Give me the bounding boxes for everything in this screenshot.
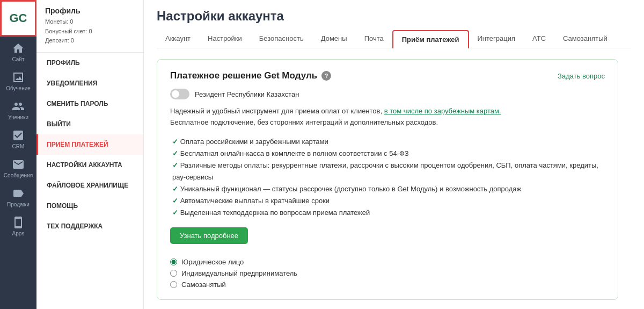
sidebar-label-sales: Продажи: [7, 202, 30, 207]
sidebar-label-messages: Сообщения: [4, 173, 33, 178]
feature-item-0: Оплата российскими и зарубежными картами: [170, 136, 605, 148]
menu-item-file-storage[interactable]: ФАЙЛОВОЕ ХРАНИЛИЩЕ: [36, 175, 143, 196]
tab-security[interactable]: Безопасность: [251, 30, 312, 48]
radio-individual-label: Индивидуальный предприниматель: [181, 269, 297, 277]
menu-item-notifications[interactable]: УВЕДОМЛЕНИЯ: [36, 73, 143, 94]
sidebar-icons: GC Сайт Обучение Ученики CRM Сообщения П…: [0, 0, 36, 309]
tab-settings[interactable]: Настройки: [199, 30, 251, 48]
learn-more-button[interactable]: Узнать подробнее: [170, 227, 248, 244]
profile-section: Профиль Монеты: 0 Бонусный счет: 0 Депоз…: [36, 0, 143, 53]
sidebar-item-students[interactable]: Ученики: [0, 95, 36, 124]
card-title: Платежное решение Get Модуль ?: [170, 70, 331, 81]
feature-item-4: Автоматические выплаты в кратчайшие срок…: [170, 195, 605, 207]
toggle-row: Резидент Республики Казахстан: [170, 89, 605, 99]
tab-mail[interactable]: Почта: [356, 30, 392, 48]
menu-item-tech-support[interactable]: ТЕХ ПОДДЕРЖКА: [36, 216, 143, 236]
ask-link[interactable]: Задать вопрос: [558, 72, 605, 80]
sidebar-item-sales[interactable]: Продажи: [0, 182, 36, 211]
radio-freelance-input[interactable]: [170, 281, 177, 288]
toggle-label: Резидент Республики Казахстан: [195, 90, 299, 98]
desc-link[interactable]: в том числе по зарубежным картам.: [384, 107, 501, 115]
radio-freelance-label: Самозанятый: [181, 281, 226, 289]
content-area: Платежное решение Get Модуль ? Задать во…: [144, 48, 644, 309]
menu-item-logout[interactable]: ВЫЙТИ: [36, 114, 143, 134]
desc-line2: Бесплатное подключение, без сторонних ин…: [170, 118, 438, 126]
tab-payments[interactable]: Приём платежей: [392, 30, 469, 48]
tabs-row: Аккаунт Настройки Безопасность Домены По…: [157, 30, 631, 48]
sidebar-label-apps: Apps: [12, 231, 25, 236]
feature-item-3: Уникальный функционал — статусы рассроче…: [170, 183, 605, 195]
tab-freelance[interactable]: Самозанятый: [554, 30, 616, 48]
tab-domains[interactable]: Домены: [312, 30, 356, 48]
radio-legal-label: Юридическое лицо: [181, 258, 244, 266]
radio-group: Юридическое лицо Индивидуальный предприн…: [170, 258, 605, 289]
menu-item-account-settings[interactable]: НАСТРОЙКИ АККАУНТА: [36, 155, 143, 175]
sidebar-item-messages[interactable]: Сообщения: [0, 153, 36, 182]
sidebar-item-crm[interactable]: CRM: [0, 124, 36, 153]
profile-title: Профиль: [45, 6, 135, 15]
sidebar-label-crm: CRM: [12, 143, 25, 149]
main-content: Настройки аккаунта Аккаунт Настройки Без…: [144, 0, 644, 309]
check-icon: [12, 129, 25, 142]
menu-item-change-password[interactable]: СМЕНИТЬ ПАРОЛЬ: [36, 94, 143, 114]
radio-individual-input[interactable]: [170, 270, 177, 277]
home-icon: [12, 42, 25, 55]
desc-line1: Надежный и удобный инструмент для приема…: [170, 107, 382, 115]
tab-account[interactable]: Аккаунт: [157, 30, 199, 48]
tab-atc[interactable]: АТС: [524, 30, 554, 48]
sidebar-item-site[interactable]: Сайт: [0, 37, 36, 66]
mail-icon: [12, 158, 25, 171]
menu-item-help[interactable]: ПОМОЩЬ: [36, 196, 143, 216]
stat-bonus: Бонусный счет: 0: [45, 27, 135, 37]
feature-item-2: Различные методы оплаты: рекуррентные пл…: [170, 160, 605, 183]
menu-item-payments[interactable]: ПРИЁМ ПЛАТЕЖЕЙ: [36, 134, 143, 155]
description-text: Надежный и удобный инструмент для приема…: [170, 106, 605, 128]
feature-item-5: Выделенная техподдержка по вопросам прие…: [170, 207, 605, 219]
sidebar-item-education[interactable]: Обучение: [0, 66, 36, 95]
logo-text: GC: [10, 11, 27, 25]
radio-freelance[interactable]: Самозанятый: [170, 281, 605, 289]
feature-item-1: Бесплатная онлайн-касса в комплекте в по…: [170, 148, 605, 160]
sidebar-label-site: Сайт: [12, 56, 24, 62]
users-icon: [12, 100, 25, 113]
logo-button[interactable]: GC: [0, 0, 36, 37]
sidebar-label-students: Ученики: [8, 114, 28, 120]
sidebar-item-apps[interactable]: Apps: [0, 211, 36, 240]
radio-legal[interactable]: Юридическое лицо: [170, 258, 605, 266]
chart-icon: [12, 71, 25, 84]
radio-legal-input[interactable]: [170, 258, 177, 265]
sidebar-menu: Профиль Монеты: 0 Бонусный счет: 0 Депоз…: [36, 0, 144, 309]
help-icon[interactable]: ?: [321, 71, 331, 81]
radio-individual[interactable]: Индивидуальный предприниматель: [170, 269, 605, 277]
stat-deposit: Депозит: 0: [45, 36, 135, 46]
tag-icon: [12, 187, 25, 200]
page-header: Настройки аккаунта Аккаунт Настройки Без…: [144, 0, 644, 48]
sidebar-label-education: Обучение: [6, 85, 31, 91]
phone-icon: [12, 216, 25, 229]
features-list: Оплата российскими и зарубежными картами…: [170, 136, 605, 219]
kazakhstan-toggle[interactable]: [170, 89, 189, 99]
stat-monets: Монеты: 0: [45, 17, 135, 27]
page-title: Настройки аккаунта: [157, 9, 631, 24]
tab-integration[interactable]: Интеграция: [469, 30, 524, 48]
card-header: Платежное решение Get Модуль ? Задать во…: [170, 70, 605, 81]
card-title-text: Платежное решение Get Модуль: [170, 70, 317, 81]
menu-item-profile[interactable]: ПРОФИЛЬ: [36, 53, 143, 73]
payment-card: Платежное решение Get Модуль ? Задать во…: [157, 59, 618, 300]
